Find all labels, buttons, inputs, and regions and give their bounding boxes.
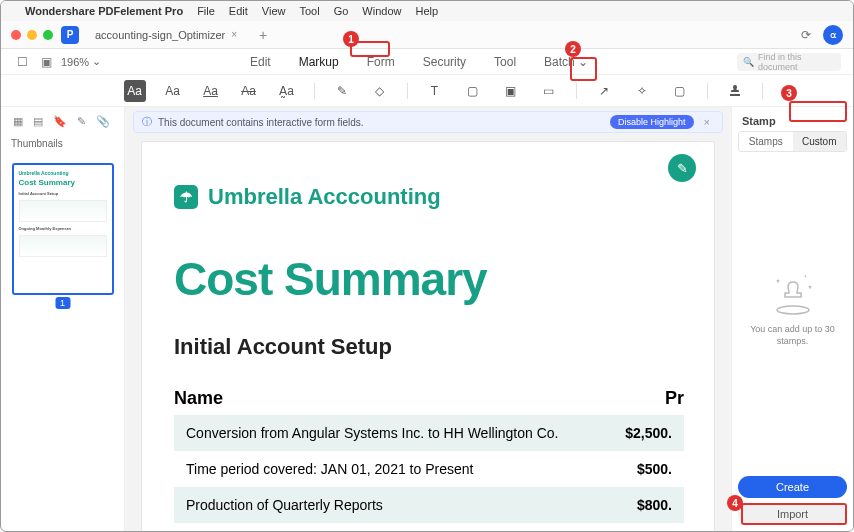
brand-name: Umbrella Acccounting	[208, 184, 441, 210]
app-name[interactable]: Wondershare PDFelement Pro	[25, 5, 183, 17]
menu-edit[interactable]: Edit	[229, 5, 248, 17]
maximize-window[interactable]	[43, 30, 53, 40]
empty-state: You can add up to 30 stamps.	[732, 152, 853, 470]
tab-stamps[interactable]: Stamps	[739, 132, 793, 151]
import-button[interactable]: Import	[738, 503, 847, 525]
stamp-panel-title: Stamp	[732, 107, 853, 131]
thumbnails-tab-icon[interactable]: ▦	[13, 115, 23, 128]
annotations-tab-icon[interactable]: ✎	[77, 115, 86, 128]
callout-1: 1	[343, 31, 359, 47]
pencil-icon[interactable]: ✎	[331, 80, 353, 102]
page-number-badge: 1	[55, 297, 70, 309]
stamp-tool-icon[interactable]	[724, 80, 746, 102]
page-thumbnail[interactable]: Umbrella Accounting Cost Summary Initial…	[12, 163, 114, 295]
edit-fab-icon[interactable]: ✎	[668, 154, 696, 182]
stamp-panel: Stamp Stamps Custom You can add up to 30…	[731, 107, 853, 531]
thumbnails-title: Thumbnails	[9, 134, 116, 153]
notice-close-icon[interactable]: ×	[700, 116, 714, 128]
section-heading: Initial Account Setup	[174, 334, 684, 360]
attachments-tab-icon[interactable]: 📎	[96, 115, 110, 128]
tab-custom[interactable]: Custom	[793, 132, 847, 151]
traffic-lights	[11, 30, 53, 40]
search-icon: 🔍	[743, 57, 754, 67]
empty-text: You can add up to 30 stamps.	[742, 324, 843, 347]
close-window[interactable]	[11, 30, 21, 40]
menu-help[interactable]: Help	[415, 5, 438, 17]
col-price: Pr	[665, 388, 684, 409]
search-input[interactable]: 🔍 Find in this document	[737, 53, 841, 71]
tab-edit[interactable]: Edit	[246, 53, 275, 71]
tab-tool[interactable]: Tool	[490, 53, 520, 71]
pdf-page[interactable]: ✎ ☂ Umbrella Acccounting Cost Summary In…	[141, 141, 715, 531]
create-button[interactable]: Create	[738, 476, 847, 498]
app-icon: P	[61, 26, 79, 44]
form-fields-notice: ⓘ This document contains interactive for…	[133, 111, 723, 133]
zoom-value: 196%	[61, 56, 89, 68]
umbrella-icon: ☂	[174, 185, 198, 209]
table-header: Name Pr	[174, 388, 684, 415]
outline-tab-icon[interactable]: ▤	[33, 115, 43, 128]
menu-go[interactable]: Go	[334, 5, 349, 17]
mac-menubar: Wondershare PDFelement Pro File Edit Vie…	[1, 1, 853, 21]
markup-ribbon: Aa Aa Aa Aa A̰a ✎ ◇ T ▢ ▣ ▭ ↗ ✧ ▢ ◉	[1, 75, 853, 107]
notice-text: This document contains interactive form …	[158, 117, 364, 128]
text-tool-1-icon[interactable]: Aa	[162, 80, 184, 102]
squiggly-icon[interactable]: A̰a	[276, 80, 298, 102]
eraser-icon[interactable]: ◇	[369, 80, 391, 102]
top-toolbar: ☐ ▣ 196% ⌄ Edit Markup Form Security Too…	[1, 49, 853, 75]
svg-point-0	[777, 306, 809, 314]
callout-icon[interactable]: ▢	[462, 80, 484, 102]
table-row: Time period covered: JAN 01, 2021 to Pre…	[174, 451, 684, 487]
strikethrough-icon[interactable]: Aa	[238, 80, 260, 102]
tab-security[interactable]: Security	[419, 53, 470, 71]
callout-4: 4	[727, 495, 743, 511]
bookmark-tab-icon[interactable]: 🔖	[53, 115, 67, 128]
line-icon[interactable]: ↗	[593, 80, 615, 102]
stamp-buttons: Create Import	[732, 470, 853, 531]
sync-icon[interactable]: ⟳	[797, 26, 815, 44]
sidebar-toggle-icon[interactable]: ☐	[13, 53, 31, 71]
stamp-tabs: Stamps Custom	[738, 131, 847, 152]
doc-logo: ☂ Umbrella Acccounting	[174, 184, 684, 210]
layout-icon[interactable]: ▣	[37, 53, 55, 71]
sidepanel-tabs: ▦ ▤ 🔖 ✎ 📎	[9, 113, 116, 134]
tab-form[interactable]: Form	[363, 53, 399, 71]
tab-label: accounting-sign_Optimizer	[95, 29, 225, 41]
tab-batch[interactable]: Batch ⌄	[540, 53, 592, 71]
thumbnail-panel: ▦ ▤ 🔖 ✎ 📎 Thumbnails Umbrella Accounting…	[1, 107, 125, 531]
col-name: Name	[174, 388, 223, 409]
document-viewer: ⓘ This document contains interactive for…	[125, 107, 731, 531]
tab-close-icon[interactable]: ×	[231, 29, 237, 40]
area-highlight-icon[interactable]: ▭	[538, 80, 560, 102]
disable-highlight-button[interactable]: Disable Highlight	[610, 115, 694, 129]
menu-view[interactable]: View	[262, 5, 286, 17]
menu-file[interactable]: File	[197, 5, 215, 17]
table-row: Conversion from Angular Systems Inc. to …	[174, 415, 684, 451]
doc-title: Cost Summary	[174, 252, 684, 306]
callout-3: 3	[781, 85, 797, 101]
note-icon[interactable]: ▣	[500, 80, 522, 102]
text-tool-2-icon[interactable]: Aa	[200, 80, 222, 102]
window-chrome: P accounting-sign_Optimizer × + ⟳ ⍺	[1, 21, 853, 49]
zoom-control[interactable]: 196% ⌄	[61, 55, 101, 68]
minimize-window[interactable]	[27, 30, 37, 40]
text-box-icon[interactable]: T	[424, 80, 446, 102]
menu-window[interactable]: Window	[362, 5, 401, 17]
chevron-down-icon: ⌄	[92, 55, 101, 68]
document-tab[interactable]: accounting-sign_Optimizer ×	[87, 25, 245, 45]
pin-icon[interactable]: ✧	[631, 80, 653, 102]
highlight-text-icon[interactable]: Aa	[124, 80, 146, 102]
shapes-icon[interactable]: ▢	[669, 80, 691, 102]
stamp-empty-icon	[767, 274, 819, 316]
main-area: ▦ ▤ 🔖 ✎ 📎 Thumbnails Umbrella Accounting…	[1, 107, 853, 531]
new-tab-button[interactable]: +	[253, 27, 273, 43]
tool-tabs: Edit Markup Form Security Tool Batch ⌄	[107, 53, 731, 71]
user-avatar[interactable]: ⍺	[823, 25, 843, 45]
tab-markup[interactable]: Markup	[295, 53, 343, 71]
search-placeholder: Find in this document	[758, 52, 835, 72]
table-row: Production of Quarterly Reports $800.	[174, 487, 684, 523]
menu-tool[interactable]: Tool	[299, 5, 319, 17]
info-icon: ⓘ	[142, 115, 152, 129]
callout-2: 2	[565, 41, 581, 57]
